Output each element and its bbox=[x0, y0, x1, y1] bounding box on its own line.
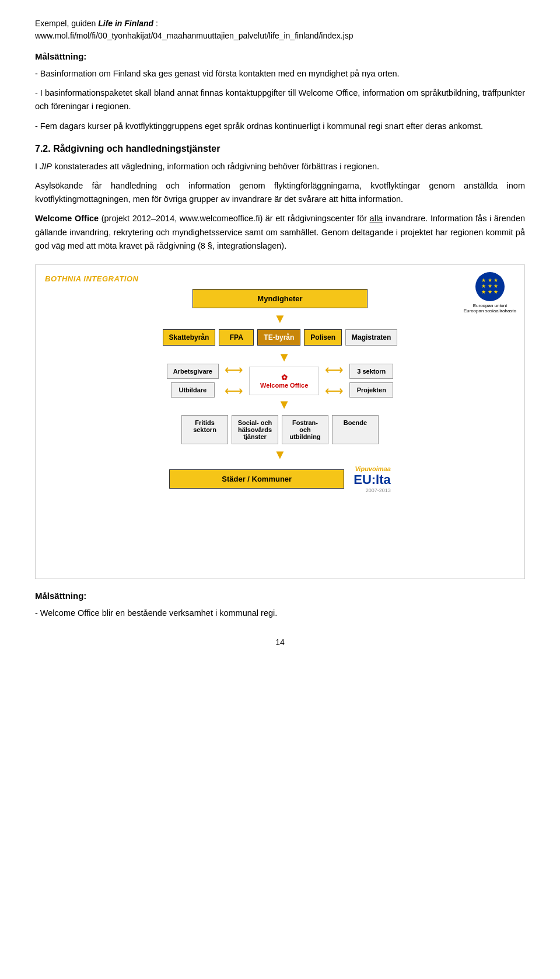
box-utbildare: Utbildare bbox=[171, 382, 215, 398]
arrow-down-center-bottom: ▼ bbox=[278, 398, 290, 411]
arrow-row-1: ▼ bbox=[45, 312, 515, 326]
malsattning1-bullet1: - Basinformation om Finland ska ges gena… bbox=[35, 67, 525, 81]
box-boende: Boende bbox=[332, 415, 379, 444]
box-fostran: Fostran- och utbildning bbox=[282, 415, 328, 444]
cities-box: Städer / Kommuner bbox=[169, 469, 344, 489]
left-side-col: Arbetsgivare Utbildare bbox=[167, 364, 219, 398]
cities-row: Städer / Kommuner Vipuvoimaa EU:lta 2007… bbox=[45, 465, 515, 493]
box-skattebyraan: Skattebyrån bbox=[163, 329, 216, 346]
section-72: 7.2. Rådgivning och handledningstjänster… bbox=[35, 144, 525, 253]
arrow-row-cities: ▼ bbox=[45, 448, 515, 462]
section-72-para1: I JIP konstaterades att vägledning, info… bbox=[35, 160, 525, 173]
arrow-left-2: ⟷ bbox=[225, 385, 243, 398]
bothnia-diagram: BOTHNIA INTEGRATION ★ ★ ★★ ★ ★★ ★ ★ Euro… bbox=[35, 264, 525, 579]
malsattning1-bullet3: - Fem dagars kurser på kvotflyktinggrupp… bbox=[35, 120, 525, 133]
year-range: 2007-2013 bbox=[354, 487, 391, 493]
malsattning2-bullet1: - Welcome Office blir en bestående verks… bbox=[35, 607, 525, 620]
section-72-para2: Asylsökande får handledning och informat… bbox=[35, 179, 525, 206]
welcome-office-box: ✿ Welcome Office bbox=[249, 367, 319, 395]
arrow-right-2: ⟷ bbox=[325, 385, 344, 398]
box-3sektorn: 3 sektorn bbox=[349, 364, 393, 379]
malsattning-section-2: Målsättning: - Welcome Office blir en be… bbox=[35, 591, 525, 620]
right-side-col: 3 sektorn Projekten bbox=[349, 364, 393, 398]
example-url: www.mol.fi/mol/fi/00_tyonhakijat/04_maah… bbox=[35, 30, 525, 42]
alla-underline: alla bbox=[370, 214, 383, 223]
vipuvoimaa-area: Vipuvoimaa EU:lta 2007-2013 bbox=[354, 465, 391, 493]
box-social: Social- och hälsovårds tjänster bbox=[232, 415, 278, 444]
box-tebyraan: TE-byrån bbox=[257, 329, 300, 346]
malsattning2-title: Målsättning: bbox=[35, 591, 525, 601]
para3-text: (projekt 2012–2014, www.welcomeoffice.fi… bbox=[102, 214, 367, 223]
example-header: Exempel, guiden Life in Finland : www.mo… bbox=[35, 18, 525, 42]
box-projekten: Projekten bbox=[349, 382, 393, 398]
malsattning1-title: Målsättning: bbox=[35, 51, 525, 61]
malsattning-section-1: Målsättning: - Basinformation om Finland… bbox=[35, 51, 525, 133]
page-content: Exempel, guiden Life in Finland : www.mo… bbox=[35, 18, 525, 647]
guide-name: Life in Finland bbox=[98, 19, 153, 28]
arrow-right-1: ⟷ bbox=[325, 364, 344, 377]
bottom-boxes-row: Fritids sektorn Social- och hälsovårds t… bbox=[45, 415, 515, 444]
myndigheter-box: Myndigheter bbox=[192, 289, 368, 308]
right-arrows: ⟷ ⟷ bbox=[323, 364, 346, 398]
eu-lta-text: EU:lta bbox=[354, 472, 391, 487]
bothnia-title: BOTHNIA INTEGRATION bbox=[45, 274, 515, 283]
page-number: 14 bbox=[35, 637, 525, 647]
welcome-office-label: Welcome Office bbox=[35, 214, 99, 223]
arrow-down-center-top: ▼ bbox=[278, 351, 290, 364]
arrow-down-1: ▼ bbox=[274, 312, 286, 325]
box-magistraten: Magistraten bbox=[345, 329, 397, 346]
malsattning1-bullet2: - I basinformationspaketet skall bland a… bbox=[35, 86, 525, 113]
box-fritid: Fritids sektorn bbox=[181, 415, 228, 444]
arrow-down-cities: ▼ bbox=[274, 448, 286, 461]
vipuvoimaa-text: Vipuvoimaa bbox=[354, 465, 391, 472]
middle-section: Arbetsgivare Utbildare ⟷ ⟷ ▼ ✿ Welcome O… bbox=[45, 350, 515, 412]
information-detected: information bbox=[362, 88, 404, 97]
box-fpa: FPA bbox=[219, 329, 254, 346]
example-line: Exempel, guiden Life in Finland : bbox=[35, 18, 525, 30]
welcome-flower-icon: ✿ bbox=[260, 373, 308, 382]
arrow-left-1: ⟷ bbox=[225, 364, 243, 377]
row-authorities: Skattebyrån FPA TE-byrån Polisen Magistr… bbox=[45, 329, 515, 346]
box-polisen: Polisen bbox=[304, 329, 342, 346]
section-72-para3: Welcome Office (projekt 2012–2014, www.w… bbox=[35, 212, 525, 253]
row-myndigheter: Myndigheter bbox=[45, 289, 515, 308]
left-arrows: ⟷ ⟷ bbox=[222, 364, 246, 398]
box-arbetsgivare: Arbetsgivare bbox=[167, 364, 219, 379]
section-72-title: 7.2. Rådgivning och handledningstjänster bbox=[35, 144, 525, 154]
welcome-office-diag-label: Welcome Office bbox=[260, 382, 308, 389]
diagram-inner: Myndigheter ▼ Skattebyrån FPA TE-byrån P… bbox=[45, 289, 515, 569]
example-label: Exempel, guiden bbox=[35, 19, 96, 28]
center-welcome-section: ▼ ✿ Welcome Office ▼ bbox=[249, 350, 319, 412]
